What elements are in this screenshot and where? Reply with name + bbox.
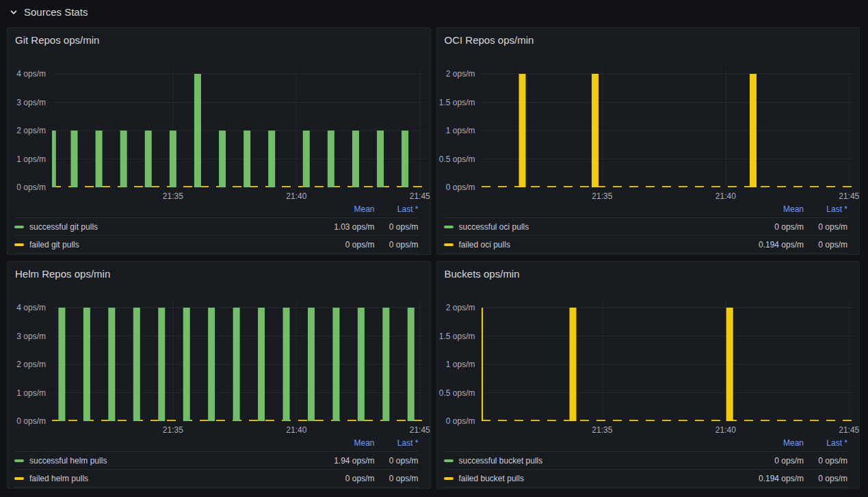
- panel-title[interactable]: Git Repos ops/min: [15, 34, 99, 46]
- legend-col-mean[interactable]: Mean: [313, 438, 375, 448]
- x-tick-label: 21:35: [163, 425, 183, 435]
- legend-header: Mean Last *: [14, 435, 419, 451]
- y-tick-label: 1 ops/m: [8, 155, 46, 163]
- legend-header: Mean Last *: [444, 201, 848, 217]
- y-tick-label: 4 ops/m: [8, 304, 46, 312]
- series-marker: [444, 226, 453, 228]
- x-tick-label: 21:40: [286, 191, 306, 201]
- x-tick-label: 21:35: [163, 191, 183, 201]
- x-tick-label: 21:45: [410, 425, 430, 435]
- legend-row: failed bucket pulls0.194 ops/m0 ops/m: [444, 469, 848, 487]
- series-label[interactable]: successful helm pulls: [29, 456, 313, 466]
- series-mean-value: 0 ops/m: [742, 222, 804, 232]
- y-tick-label: 1.5 ops/m: [437, 98, 475, 107]
- x-tick-label: 21:45: [839, 191, 859, 201]
- plot-svg[interactable]: [482, 301, 854, 421]
- legend-col-mean[interactable]: Mean: [742, 204, 804, 214]
- series-last-value: 0 ops/m: [804, 456, 847, 466]
- y-tick-label: 2 ops/m: [8, 360, 46, 368]
- series-last-value: 0 ops/m: [375, 240, 419, 250]
- series-last-value: 0 ops/m: [804, 222, 847, 232]
- x-tick-label: 21:40: [715, 425, 736, 435]
- panel-title[interactable]: OCI Repos ops/min: [445, 34, 534, 46]
- series-last-value: 0 ops/m: [375, 456, 419, 466]
- series-label[interactable]: failed bucket pulls: [459, 474, 743, 483]
- legend-row: failed git pulls0 ops/m0 ops/m: [14, 235, 419, 254]
- legend: Mean Last * successful oci pulls0 ops/m0…: [444, 201, 848, 254]
- x-tick-label: 21:35: [592, 191, 612, 201]
- panel-git-repos-ops-min: Git Repos ops/min 0 ops/m1 ops/m2 ops/m3…: [7, 27, 431, 255]
- x-tick-label: 21:35: [592, 425, 612, 435]
- section-title: Sources Stats: [24, 6, 88, 18]
- section-row-sources-stats[interactable]: Sources Stats: [0, 0, 868, 23]
- legend-row: successful helm pulls1.94 ops/m0 ops/m: [14, 451, 419, 469]
- y-tick-label: 0.5 ops/m: [437, 389, 475, 397]
- legend-col-last[interactable]: Last *: [375, 204, 419, 214]
- series-label[interactable]: failed helm pulls: [29, 474, 313, 483]
- chevron-down-icon: [9, 8, 18, 17]
- panel-helm-repos-ops-min: Helm Repos ops/min 0 ops/m1 ops/m2 ops/m…: [7, 261, 431, 489]
- series-marker: [444, 243, 453, 246]
- series-last-value: 0 ops/m: [375, 222, 419, 232]
- series-mean-value: 1.94 ops/m: [313, 456, 375, 466]
- series-label[interactable]: successful oci pulls: [459, 222, 743, 232]
- series-last-value: 0 ops/m: [375, 474, 419, 483]
- series-label[interactable]: successful bucket pulls: [459, 456, 743, 466]
- y-tick-label: 2 ops/m: [8, 126, 46, 135]
- series-last-value: 0 ops/m: [804, 474, 847, 483]
- series-label[interactable]: successful git pulls: [29, 222, 313, 232]
- series-marker: [14, 477, 24, 480]
- series-marker: [14, 459, 24, 462]
- y-tick-label: 1.5 ops/m: [437, 332, 475, 340]
- legend-col-mean[interactable]: Mean: [313, 204, 375, 214]
- x-tick-label: 21:40: [286, 425, 306, 435]
- y-tick-label: 0 ops/m: [437, 417, 475, 425]
- y-tick-label: 0 ops/m: [437, 183, 475, 191]
- series-marker: [14, 243, 24, 246]
- legend-col-last[interactable]: Last *: [375, 438, 419, 448]
- series-marker: [444, 477, 453, 480]
- series-mean-value: 1.03 ops/m: [313, 222, 375, 232]
- panels-grid: Git Repos ops/min 0 ops/m1 ops/m2 ops/m3…: [0, 23, 868, 489]
- legend-row: successful bucket pulls0 ops/m0 ops/m: [444, 451, 848, 469]
- series-mean-value: 0.194 ops/m: [742, 474, 804, 483]
- y-tick-label: 2 ops/m: [437, 70, 475, 78]
- legend-row: successful git pulls1.03 ops/m0 ops/m: [14, 217, 419, 235]
- series-marker: [14, 226, 24, 228]
- y-tick-label: 0.5 ops/m: [437, 155, 475, 163]
- y-tick-label: 2 ops/m: [437, 304, 475, 312]
- legend-row: failed oci pulls0.194 ops/m0 ops/m: [444, 235, 848, 254]
- y-tick-label: 1 ops/m: [8, 389, 46, 397]
- plot-svg[interactable]: [482, 67, 854, 187]
- series-marker: [444, 459, 453, 462]
- y-tick-label: 0 ops/m: [8, 417, 46, 425]
- panel-title[interactable]: Buckets ops/min: [445, 268, 520, 280]
- series-mean-value: 0 ops/m: [313, 474, 375, 483]
- series-last-value: 0 ops/m: [804, 240, 847, 250]
- y-tick-label: 1 ops/m: [437, 360, 475, 368]
- y-tick-label: 0 ops/m: [8, 183, 46, 191]
- y-tick-label: 1 ops/m: [437, 126, 475, 135]
- x-tick-label: 21:40: [715, 191, 736, 201]
- series-mean-value: 0.194 ops/m: [742, 240, 804, 250]
- legend: Mean Last * successful bucket pulls0 ops…: [444, 435, 848, 487]
- legend-col-last[interactable]: Last *: [804, 438, 847, 448]
- legend-header: Mean Last *: [14, 201, 419, 217]
- plot-svg[interactable]: [52, 67, 425, 187]
- legend: Mean Last * successful helm pulls1.94 op…: [14, 435, 419, 487]
- series-mean-value: 0 ops/m: [742, 456, 804, 466]
- series-mean-value: 0 ops/m: [313, 240, 375, 250]
- legend-row: failed helm pulls0 ops/m0 ops/m: [14, 469, 419, 487]
- series-label[interactable]: failed oci pulls: [459, 240, 743, 250]
- legend: Mean Last * successful git pulls1.03 ops…: [14, 201, 419, 254]
- legend-col-last[interactable]: Last *: [804, 204, 847, 214]
- panel-title[interactable]: Helm Repos ops/min: [15, 268, 110, 280]
- y-tick-label: 3 ops/m: [8, 98, 46, 107]
- series-label[interactable]: failed git pulls: [29, 240, 313, 250]
- y-tick-label: 3 ops/m: [8, 332, 46, 340]
- plot-svg[interactable]: [52, 301, 425, 421]
- legend-row: successful oci pulls0 ops/m0 ops/m: [444, 217, 848, 235]
- x-tick-label: 21:45: [839, 425, 859, 435]
- legend-col-mean[interactable]: Mean: [742, 438, 804, 448]
- panel-oci-repos-ops-min: OCI Repos ops/min 0 ops/m0.5 ops/m1 ops/…: [436, 27, 860, 255]
